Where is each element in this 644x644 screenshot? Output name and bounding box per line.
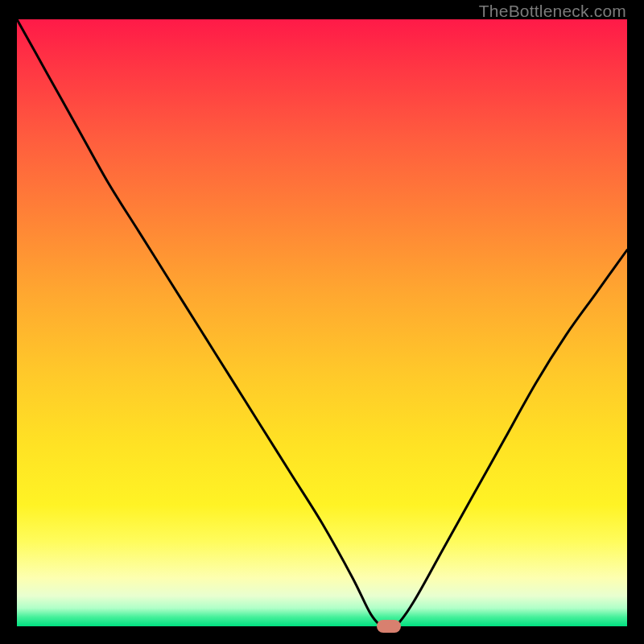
- chart-frame: TheBottleneck.com: [0, 0, 644, 644]
- optimum-marker: [377, 620, 401, 633]
- bottleneck-curve: [0, 0, 644, 644]
- curve-path: [17, 19, 627, 629]
